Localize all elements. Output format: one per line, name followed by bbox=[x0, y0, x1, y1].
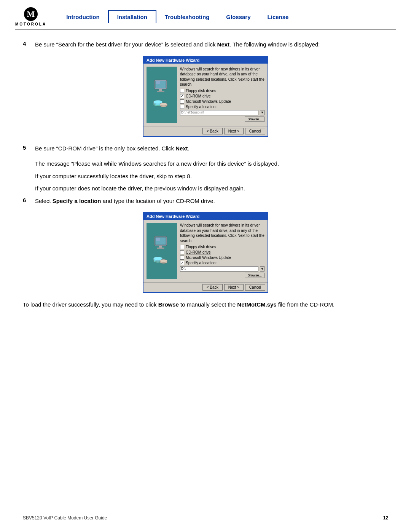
dialog-1-path-input: D:\net3ousb.inf bbox=[180, 110, 258, 115]
checkbox2-cdrom-icon bbox=[180, 250, 184, 254]
checkbox-cdrom-icon bbox=[180, 94, 184, 98]
dialog-2-body: Windows will search for new drivers in i… bbox=[143, 220, 268, 282]
dialog-2-checkbox-2: Microsoft Windows Update bbox=[180, 256, 264, 260]
page-number: 12 bbox=[383, 515, 388, 521]
svg-point-21 bbox=[160, 259, 167, 262]
main-content: 4 Be sure “Search for the best driver fo… bbox=[0, 30, 411, 324]
step-5-text: Be sure “CD-ROM drive” is the only box s… bbox=[35, 144, 190, 153]
navigation-tabs: Introduction Installation Troubleshootin… bbox=[58, 10, 396, 23]
dialog-box-1: Add New Hardware Wizard bbox=[143, 56, 268, 137]
dialog-1-browse-row: Browse... bbox=[180, 117, 264, 123]
dialog-2-footer: < Back Next > Cancel bbox=[143, 282, 268, 292]
checkbox-floppy-icon bbox=[180, 89, 184, 93]
logo-area: M MOTOROLA bbox=[15, 7, 46, 26]
cd-icons-2 bbox=[152, 255, 171, 267]
cd-icons bbox=[152, 99, 171, 110]
sub-para-1: The message “Please wait while Windows s… bbox=[35, 160, 388, 168]
dialog-2-image bbox=[147, 223, 177, 279]
step-5: 5 Be sure “CD-ROM drive” is the only box… bbox=[23, 144, 388, 153]
step-4-text: Be sure “Search for the best driver for … bbox=[35, 40, 320, 49]
dialog-2-content: Windows will search for new drivers in i… bbox=[180, 223, 264, 279]
dialog-2-title-bar: Add New Hardware Wizard bbox=[143, 213, 268, 220]
dialog-2-checkbox-3: Specify a location: bbox=[180, 261, 264, 265]
dialog-1-dropdown-icon: ▼ bbox=[260, 110, 264, 115]
dialog-screenshot-2: Add New Hardware Wizard bbox=[23, 212, 388, 293]
tab-glossary[interactable]: Glossary bbox=[218, 11, 259, 23]
step-6-number: 6 bbox=[23, 197, 30, 203]
svg-rect-15 bbox=[157, 248, 164, 249]
dialog-1-description: Windows will search for new drivers in i… bbox=[180, 67, 264, 87]
dialog-1-image bbox=[147, 67, 177, 123]
checkbox2-winupdate-icon bbox=[180, 256, 184, 260]
sub-para-2: If your computer successfully locates th… bbox=[35, 172, 388, 181]
svg-rect-14 bbox=[159, 246, 162, 248]
dialog-1-browse-button[interactable]: Browse... bbox=[245, 117, 264, 122]
dialog-1-checkbox-3: Specify a location: bbox=[180, 105, 264, 109]
dialog-1-checkbox-0: Floppy disk drives bbox=[180, 89, 264, 93]
dialog-2-next-button[interactable]: Next > bbox=[224, 284, 244, 291]
checkbox2-specify-icon bbox=[180, 261, 184, 265]
step-5-number: 5 bbox=[23, 144, 30, 151]
dialog-1-content: Windows will search for new drivers in i… bbox=[180, 67, 264, 123]
dialog-2-browse-button[interactable]: Browse... bbox=[245, 273, 264, 278]
svg-rect-5 bbox=[157, 91, 164, 92]
dialog-1-checkbox-2: Microsoft Windows Update bbox=[180, 99, 264, 104]
checkbox-specify-label: Specify a location: bbox=[186, 105, 217, 109]
motorola-m-icon: M bbox=[24, 7, 38, 21]
checkbox2-specify-label: Specify a location: bbox=[186, 261, 217, 265]
step-6: 6 Select Specify a location and type the… bbox=[23, 197, 388, 206]
dialog-screenshot-1: Add New Hardware Wizard bbox=[23, 56, 388, 137]
checkbox-cdrom-label: CD-ROM drive bbox=[186, 94, 211, 98]
svg-rect-16 bbox=[156, 238, 160, 241]
pc-icon-2 bbox=[151, 236, 172, 253]
step-4-number: 4 bbox=[23, 40, 30, 47]
tab-license[interactable]: License bbox=[259, 11, 297, 23]
checkbox2-floppy-label: Floppy disk drives bbox=[186, 245, 216, 249]
svg-text:M: M bbox=[27, 9, 35, 19]
checkbox2-floppy-icon bbox=[180, 245, 184, 249]
dialog-box-2: Add New Hardware Wizard bbox=[143, 212, 268, 293]
dialog-1-checkbox-1: CD-ROM drive bbox=[180, 94, 264, 98]
checkbox-winupdate-icon bbox=[180, 99, 184, 104]
dialog-2-input-row: D:\ ▼ bbox=[180, 266, 264, 272]
checkbox2-winupdate-label: Microsoft Windows Update bbox=[186, 256, 231, 260]
step-4: 4 Be sure “Search for the best driver fo… bbox=[23, 40, 388, 49]
svg-point-11 bbox=[160, 103, 167, 106]
sub-para-3: If your computer does not locate the dri… bbox=[35, 184, 388, 193]
checkbox-specify-icon bbox=[180, 105, 184, 109]
dialog-2-back-button[interactable]: < Back bbox=[202, 284, 223, 291]
dialog-2-path-input: D:\ bbox=[180, 266, 258, 272]
dialog-2-browse-row: Browse... bbox=[180, 273, 264, 279]
dialog-2-checkbox-0: Floppy disk drives bbox=[180, 245, 264, 249]
dialog-2-dropdown-icon: ▼ bbox=[260, 266, 264, 272]
dialog-1-next-button[interactable]: Next > bbox=[224, 128, 244, 134]
checkbox-floppy-label: Floppy disk drives bbox=[186, 89, 216, 93]
checkbox-winupdate-label: Microsoft Windows Update bbox=[186, 99, 231, 104]
brand-name: MOTOROLA bbox=[15, 22, 46, 26]
dialog-1-title-bar: Add New Hardware Wizard bbox=[143, 57, 268, 64]
dialog-2-cancel-button[interactable]: Cancel bbox=[245, 284, 265, 291]
pc-icon bbox=[151, 79, 172, 96]
step-6-text: Select Specify a location and type the l… bbox=[35, 197, 215, 206]
tab-troubleshooting[interactable]: Troubleshooting bbox=[156, 11, 218, 23]
svg-rect-4 bbox=[159, 89, 162, 91]
doc-title: SBV5120 VoIP Cable Modem User Guide bbox=[23, 515, 107, 521]
dialog-2-checkbox-1: CD-ROM drive bbox=[180, 250, 264, 254]
svg-rect-6 bbox=[156, 81, 160, 84]
tab-introduction[interactable]: Introduction bbox=[58, 11, 108, 23]
dialog-1-body: Windows will search for new drivers in i… bbox=[143, 64, 268, 126]
last-paragraph: To load the driver successfully, you may… bbox=[23, 300, 388, 309]
motorola-logo: M MOTOROLA bbox=[15, 7, 46, 26]
dialog-1-footer: < Back Next > Cancel bbox=[143, 126, 268, 136]
checkbox2-cdrom-label: CD-ROM drive bbox=[186, 250, 211, 254]
page-header: M MOTOROLA Introduction Installation Tro… bbox=[0, 0, 411, 26]
dialog-1-back-button[interactable]: < Back bbox=[202, 128, 223, 134]
page-footer: SBV5120 VoIP Cable Modem User Guide 12 bbox=[23, 515, 388, 521]
tab-installation[interactable]: Installation bbox=[108, 10, 156, 23]
dialog-1-cancel-button[interactable]: Cancel bbox=[245, 128, 265, 134]
dialog-2-description: Windows will search for new drivers in i… bbox=[180, 223, 264, 243]
dialog-1-input-row: D:\net3ousb.inf ▼ bbox=[180, 110, 264, 115]
